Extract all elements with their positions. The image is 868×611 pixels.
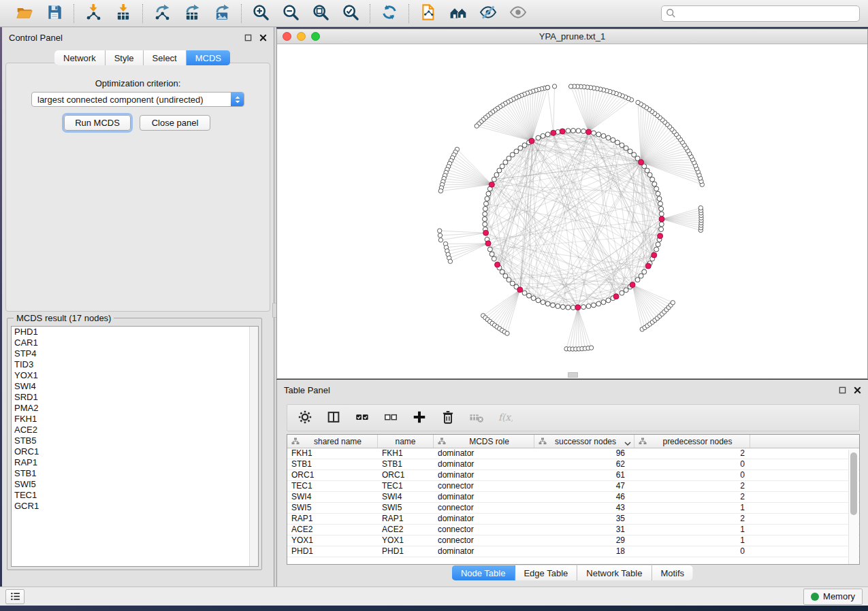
- add-row-button[interactable]: [410, 408, 429, 427]
- memory-button[interactable]: Memory: [803, 589, 863, 605]
- show-all-button[interactable]: [506, 3, 530, 24]
- cell-name[interactable]: FKH1: [378, 448, 434, 459]
- cell-successor-nodes[interactable]: 35: [534, 514, 634, 524]
- mcds-result-item[interactable]: PMA2: [12, 403, 258, 414]
- tab-edge-table[interactable]: Edge Table: [515, 565, 577, 580]
- mcds-result-item[interactable]: PHD1: [12, 327, 258, 337]
- cell-shared-name[interactable]: STB1: [287, 459, 378, 469]
- cell-MCDS-role[interactable]: dominator: [434, 546, 534, 557]
- cell-MCDS-role[interactable]: dominator: [434, 459, 534, 469]
- cell-MCDS-role[interactable]: connector: [434, 481, 534, 491]
- tab-network[interactable]: Network: [54, 50, 106, 65]
- optimization-select[interactable]: largest connected component (undirected): [31, 92, 244, 107]
- cell-successor-nodes[interactable]: 47: [534, 481, 634, 491]
- import-table-button[interactable]: [111, 3, 135, 24]
- cell-predecessor-nodes[interactable]: 2: [634, 492, 750, 502]
- float-panel-icon[interactable]: [242, 32, 253, 43]
- mcds-result-item[interactable]: SRD1: [12, 392, 258, 403]
- gear-button[interactable]: [295, 408, 315, 427]
- cell-name[interactable]: PHD1: [378, 546, 434, 557]
- search-input[interactable]: [676, 7, 855, 20]
- cell-MCDS-role[interactable]: dominator: [434, 448, 534, 459]
- table-row[interactable]: FKH1FKH1dominator962: [287, 448, 859, 459]
- cell-shared-name[interactable]: PHD1: [287, 546, 378, 557]
- cell-shared-name[interactable]: YOX1: [287, 535, 378, 546]
- mcds-result-item[interactable]: STB1: [12, 468, 258, 479]
- deselect-all-button[interactable]: [381, 408, 400, 427]
- mcds-result-item[interactable]: GCR1: [12, 501, 258, 512]
- cell-shared-name[interactable]: RAP1: [287, 514, 378, 524]
- table-row[interactable]: RAP1RAP1dominator352: [287, 514, 859, 525]
- table-row[interactable]: SWI5SWI5connector431: [287, 503, 859, 514]
- table-row[interactable]: STB1STB1dominator620: [287, 459, 859, 470]
- mcds-result-item[interactable]: SWI4: [12, 381, 258, 392]
- cell-MCDS-role[interactable]: connector: [434, 525, 534, 535]
- open-file-button[interactable]: [12, 3, 37, 24]
- cell-successor-nodes[interactable]: 18: [534, 546, 634, 557]
- tab-style[interactable]: Style: [106, 50, 144, 65]
- zoom-fit-button[interactable]: [308, 3, 333, 24]
- tab-node-table[interactable]: Node Table: [452, 565, 515, 580]
- zoom-out-button[interactable]: [278, 3, 303, 24]
- mcds-result-item[interactable]: STP4: [12, 348, 258, 359]
- close-panel-icon[interactable]: [257, 32, 268, 43]
- cell-name[interactable]: YOX1: [378, 535, 434, 546]
- cell-name[interactable]: TEC1: [378, 481, 434, 491]
- cell-predecessor-nodes[interactable]: 0: [634, 459, 750, 469]
- minimize-window-icon[interactable]: [297, 32, 306, 41]
- cell-shared-name[interactable]: SWI4: [287, 492, 378, 502]
- cell-successor-nodes[interactable]: 29: [534, 535, 634, 546]
- table-scrollbar[interactable]: [848, 450, 858, 564]
- table-row[interactable]: ORC1ORC1dominator610: [287, 470, 859, 481]
- table-scrollbar-thumb[interactable]: [850, 452, 857, 515]
- network-graph[interactable]: [277, 44, 867, 378]
- column-header-name[interactable]: name: [378, 435, 434, 448]
- cell-shared-name[interactable]: TEC1: [287, 481, 378, 491]
- cell-successor-nodes[interactable]: 31: [534, 525, 634, 535]
- cell-successor-nodes[interactable]: 46: [534, 492, 634, 502]
- column-header-predecessor-nodes[interactable]: predecessor nodes: [634, 435, 750, 448]
- cell-name[interactable]: SWI5: [378, 503, 434, 513]
- tab-motifs[interactable]: Motifs: [652, 565, 693, 580]
- cell-shared-name[interactable]: ACE2: [287, 525, 378, 535]
- tab-network-table[interactable]: Network Table: [577, 565, 652, 580]
- cell-predecessor-nodes[interactable]: 2: [634, 481, 750, 491]
- maximize-window-icon[interactable]: [311, 32, 320, 41]
- zoom-selected-button[interactable]: [338, 3, 363, 24]
- cell-predecessor-nodes[interactable]: 1: [634, 525, 750, 535]
- first-neighbors-button[interactable]: [446, 3, 470, 24]
- export-image-button[interactable]: [210, 3, 234, 24]
- close-window-icon[interactable]: [283, 32, 291, 41]
- cell-successor-nodes[interactable]: 62: [534, 459, 634, 469]
- float-table-panel-icon[interactable]: [837, 384, 848, 395]
- cell-name[interactable]: ORC1: [378, 470, 434, 480]
- mcds-result-item[interactable]: SWI5: [12, 479, 258, 490]
- cell-successor-nodes[interactable]: 61: [534, 470, 634, 480]
- table-row[interactable]: PHD1PHD1dominator180: [287, 546, 859, 557]
- cell-name[interactable]: SWI4: [378, 492, 434, 502]
- network-window-titlebar[interactable]: YPA_prune.txt_1: [277, 29, 867, 44]
- mcds-result-item[interactable]: FKH1: [12, 414, 258, 425]
- mcds-result-item[interactable]: YOX1: [12, 370, 258, 381]
- mcds-result-item[interactable]: TEC1: [12, 490, 258, 501]
- column-layout-button[interactable]: [324, 408, 343, 427]
- cell-predecessor-nodes[interactable]: 2: [634, 514, 750, 524]
- column-header-MCDS-role[interactable]: MCDS role: [434, 435, 534, 448]
- mcds-result-item[interactable]: TID3: [12, 359, 258, 370]
- zoom-in-button[interactable]: [248, 3, 273, 24]
- hide-selected-button[interactable]: [476, 3, 500, 24]
- list-scrollbar[interactable]: [249, 327, 258, 566]
- mcds-result-item[interactable]: CAR1: [12, 337, 258, 348]
- mcds-result-item[interactable]: ORC1: [12, 446, 258, 457]
- mcds-result-item[interactable]: ACE2: [12, 425, 258, 435]
- table-row[interactable]: YOX1YOX1connector291: [287, 535, 859, 546]
- close-panel-button[interactable]: Close panel: [140, 115, 210, 131]
- cell-shared-name[interactable]: SWI5: [287, 503, 378, 513]
- search-box[interactable]: [661, 5, 860, 22]
- cell-predecessor-nodes[interactable]: 0: [634, 546, 750, 557]
- tab-mcds[interactable]: MCDS: [187, 50, 230, 65]
- table-row[interactable]: TEC1TEC1connector472: [287, 481, 859, 492]
- cell-name[interactable]: ACE2: [378, 525, 434, 535]
- import-network-button[interactable]: [81, 3, 106, 24]
- export-table-button[interactable]: [180, 3, 204, 24]
